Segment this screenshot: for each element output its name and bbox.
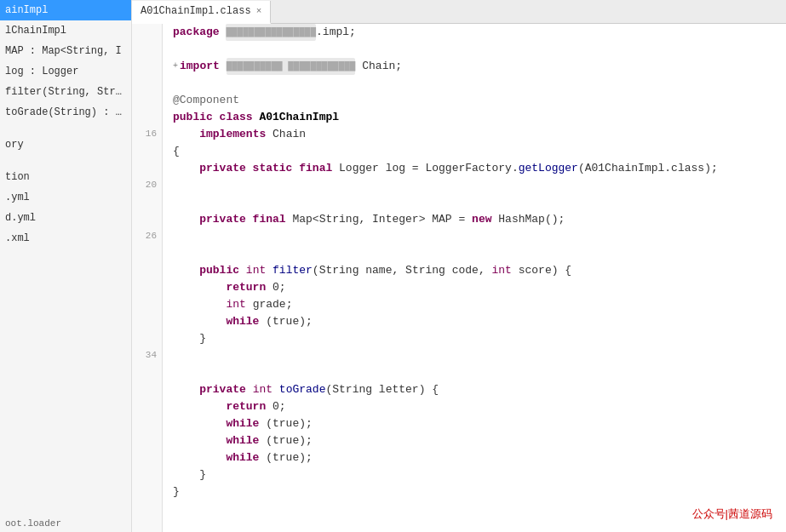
- code-line-blank1: [173, 41, 786, 58]
- line-num-blank8: [132, 160, 157, 177]
- sidebar-item-filter[interactable]: filter(String, String, ir: [0, 82, 131, 102]
- code-line-while3: while (true);: [173, 432, 786, 449]
- line-num-blank11: [132, 245, 157, 262]
- code-line-return1: return 0;: [173, 279, 786, 296]
- sidebar-item-tograde[interactable]: toGrade(String) : int: [0, 102, 131, 123]
- line-num-blank5: [132, 92, 157, 109]
- code-area[interactable]: 16 20 26 34 package: [132, 24, 786, 532]
- line-num-blank17: [132, 364, 157, 381]
- code-line-close2: }: [173, 466, 786, 483]
- sidebar-spacer-2: [0, 155, 131, 167]
- line-num-26: 26: [132, 228, 157, 245]
- code-line-intgrade: int grade;: [173, 296, 786, 313]
- sidebar-item-lchainimpl[interactable]: lChainImpl: [0, 20, 131, 41]
- code-line-close1: }: [173, 330, 786, 347]
- line-num-blank22: [132, 449, 157, 466]
- line-num-blank20: [132, 415, 157, 432]
- code-line-while2: while (true);: [173, 415, 786, 432]
- line-num-blank19: [132, 398, 157, 415]
- code-line-blank4: [173, 194, 786, 211]
- sidebar: ainImpl lChainImpl MAP : Map<String, I l…: [0, 0, 132, 532]
- code-line-16: private static final Logger log = Logger…: [173, 160, 786, 177]
- line-numbers: 16 20 26 34: [132, 24, 163, 532]
- code-line-blank2: [173, 75, 786, 92]
- code-line-while1: while (true);: [173, 313, 786, 330]
- sidebar-spacer-1: [0, 123, 131, 134]
- tab-close-icon[interactable]: ×: [256, 6, 262, 16]
- code-line-26: public int filter(String name, String co…: [173, 262, 786, 279]
- line-num-blank13: [132, 279, 157, 296]
- sidebar-item-ory[interactable]: ory: [0, 134, 131, 155]
- code-line-return2: return 0;: [173, 398, 786, 415]
- line-num-blank18: [132, 381, 157, 398]
- line-num-34: 34: [132, 347, 157, 364]
- code-line-implements: implements Chain: [173, 126, 786, 143]
- code-line-annotation: @Component: [173, 92, 786, 109]
- code-line-while4: while (true);: [173, 449, 786, 466]
- sidebar-item-map[interactable]: MAP : Map<String, I: [0, 41, 131, 61]
- code-line-outer-close: }: [173, 483, 786, 501]
- code-line-blank7: [173, 347, 786, 364]
- sidebar-item-log[interactable]: log : Logger: [0, 61, 131, 82]
- line-num-blank3: [132, 58, 157, 75]
- sidebar-item-tion[interactable]: tion: [0, 167, 131, 187]
- code-line-open-brace: {: [173, 143, 786, 160]
- code-line-class: public class A01ChainImpl: [173, 109, 786, 126]
- sidebar-item-xml[interactable]: .xml: [0, 228, 131, 249]
- line-num-blank9: [132, 194, 157, 211]
- line-num-blank15: [132, 313, 157, 330]
- line-num-blank10: [132, 211, 157, 228]
- code-line-blank6: [173, 245, 786, 262]
- code-line-import: + import ██████████ ████████████ Chain;: [173, 58, 786, 75]
- code-line-blank8: [173, 364, 786, 381]
- sidebar-item-chainimpl[interactable]: ainImpl: [0, 0, 131, 20]
- tab-bar: A01ChainImpl.class ×: [132, 0, 786, 24]
- code-line-package: package ████████████████.impl;: [173, 24, 786, 41]
- line-num-blank14: [132, 296, 157, 313]
- line-num-20: 20: [132, 177, 157, 194]
- code-line-blank5: [173, 228, 786, 245]
- line-num-blank4: [132, 75, 157, 92]
- code-content: package ████████████████.impl; + import …: [163, 24, 786, 532]
- main-area: A01ChainImpl.class × 16 20 26: [132, 0, 786, 532]
- sidebar-item-yml[interactable]: .yml: [0, 187, 131, 208]
- line-num-blank16: [132, 330, 157, 347]
- line-num-blank6: [132, 109, 157, 126]
- line-num-blank2: [132, 41, 157, 58]
- line-num-blank21: [132, 432, 157, 449]
- line-num-blank12: [132, 262, 157, 279]
- tab-a01chainimpl[interactable]: A01ChainImpl.class ×: [132, 1, 271, 24]
- code-line-20: private final Map<String, Integer> MAP =…: [173, 211, 786, 228]
- line-num-blank1: [132, 24, 157, 41]
- code-line-blank3: [173, 177, 786, 194]
- line-num-blank7: [132, 143, 157, 160]
- sidebar-item-dyml[interactable]: d.yml: [0, 208, 131, 228]
- code-line-34: private int toGrade(String letter) {: [173, 381, 786, 398]
- line-num-16: 16: [132, 126, 157, 143]
- tab-label: A01ChainImpl.class: [141, 5, 251, 17]
- sidebar-bottom: oot.loader: [0, 515, 131, 532]
- expand-icon[interactable]: +: [173, 58, 178, 75]
